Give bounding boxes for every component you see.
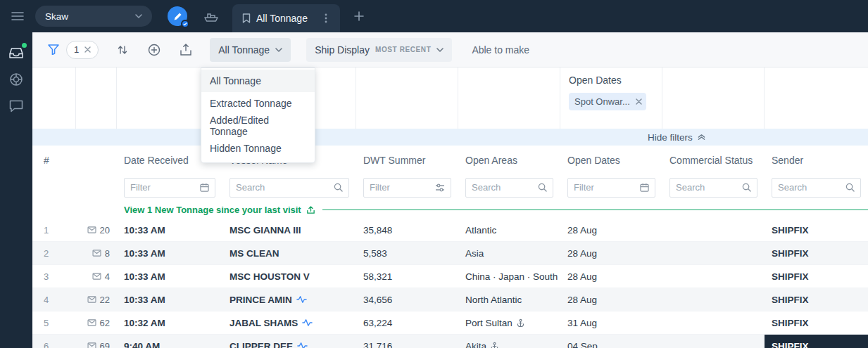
chevron-down-icon <box>275 48 282 52</box>
new-tonnage-banner: View 1 New Tonnage since your last visit <box>32 200 868 219</box>
topbar: Skaw All Tonnage <box>0 0 868 32</box>
calendar-icon[interactable] <box>200 183 209 192</box>
view-selector-button[interactable]: All Tonnage <box>210 38 291 62</box>
tab-all-tonnage[interactable]: All Tonnage <box>232 4 340 32</box>
upload-icon[interactable] <box>306 205 315 214</box>
filter-input-sender[interactable] <box>778 182 841 193</box>
vessel-name-cell: CLIPPER DEE <box>222 341 356 348</box>
ais-signal-icon <box>296 295 307 304</box>
clear-filter-icon[interactable] <box>84 46 91 53</box>
open-areas-cell: North Atlantic <box>458 295 560 305</box>
table-row[interactable]: 669 9:40 AM CLIPPER DEE 31,716 Akita 04 … <box>32 335 868 348</box>
menu-item-all-tonnage[interactable]: All Tonnage <box>201 70 315 92</box>
dwt-summer-cell: 63,224 <box>356 318 458 328</box>
chip-label: Spot Onwar... <box>574 96 630 107</box>
workspace-selector[interactable]: Skaw <box>35 6 152 27</box>
open-dates-filter-chip[interactable]: Spot Onwar... <box>569 93 646 110</box>
table-row[interactable]: 34 10:33 AM MSC HOUSTON V 58,321 China ·… <box>32 265 868 288</box>
filter-funnel-icon[interactable] <box>48 44 59 55</box>
new-tab-plus-icon[interactable] <box>351 8 367 24</box>
filter-cell <box>76 67 117 129</box>
table-row[interactable]: 120 10:33 AM MSC GIANNA III 35,848 Atlan… <box>32 219 868 242</box>
open-areas-value: China · Japan · South <box>465 271 558 282</box>
hide-filters-band: Hide filters <box>32 129 868 146</box>
banner-divider <box>322 210 868 210</box>
active-filter-chip[interactable]: 1 <box>66 41 99 59</box>
sidebar-item-help[interactable] <box>8 72 24 87</box>
column-header-num[interactable]: # <box>32 155 117 166</box>
menu-item-extracted-tonnage[interactable]: Extracted Tonnage <box>201 92 315 115</box>
anchor-icon <box>517 318 524 328</box>
menu-item-added-edited-tonnage[interactable]: Added/Edited Tonnage <box>201 115 315 137</box>
chat-icon <box>9 100 23 112</box>
filter-panel: Open Dates Spot Onwar... <box>32 67 868 129</box>
vessel-name: PRINCE AMIN <box>229 295 292 305</box>
unread-count: 62 <box>87 318 110 328</box>
ship-display-button[interactable]: Ship Display MOST RECENT <box>306 38 452 62</box>
vessel-name: MSC GIANNA III <box>229 225 301 236</box>
chevron-down-icon <box>135 14 142 18</box>
column-header-dwt-summer[interactable]: DWT Summer <box>356 155 458 166</box>
sort-icon[interactable] <box>117 44 128 56</box>
hide-filters-button[interactable]: Hide filters <box>648 129 705 146</box>
open-areas-value: Port Sultan <box>465 318 512 328</box>
table-row[interactable]: 28 10:33 AM MS CLEAN 5,583 Asia 28 Aug S… <box>32 242 868 265</box>
filter-input-dwt-summer[interactable] <box>370 182 431 193</box>
table-row[interactable]: 562 10:32 AM JABAL SHAMS 63,224 Port Sul… <box>32 311 868 335</box>
filter-cell <box>32 67 76 129</box>
vessel-name: JABAL SHAMS <box>229 318 298 328</box>
unread-count: 8 <box>92 248 110 259</box>
anchor-icon <box>491 342 498 348</box>
sliders-icon[interactable] <box>435 183 445 192</box>
lifebuoy-icon <box>9 72 23 86</box>
column-header-commercial-status[interactable]: Commercial Status <box>662 155 765 166</box>
column-header-open-dates[interactable]: Open Dates <box>560 155 662 166</box>
filter-input-open-areas[interactable] <box>472 182 534 193</box>
vessel-name-cell: JABAL SHAMS <box>222 318 356 328</box>
port-ship-icon[interactable] <box>203 9 220 23</box>
sender-cell: SHIPFIX <box>765 295 868 305</box>
column-header-sender[interactable]: Sender <box>765 155 868 166</box>
view-selector-label: All Tonnage <box>218 44 270 56</box>
add-tonnage-icon[interactable] <box>148 44 161 56</box>
export-icon[interactable] <box>180 44 191 56</box>
sidebar-item-chat[interactable] <box>8 98 24 114</box>
sender-cell: SHIPFIX <box>765 248 868 259</box>
toolbar: 1 All Tonnage Ship Display MOST RECENT <box>32 32 868 67</box>
chip-close-icon[interactable] <box>636 98 642 105</box>
unread-value: 62 <box>100 318 110 328</box>
chevron-up-icon <box>698 134 705 141</box>
unread-count: 4 <box>92 271 110 282</box>
filter-input-vessel-name[interactable] <box>236 182 329 193</box>
unread-count: 20 <box>87 225 110 236</box>
new-tonnage-link[interactable]: View 1 New Tonnage since your last visit <box>124 205 301 215</box>
open-dates-cell: 31 Aug <box>560 318 662 328</box>
date-received-cell: 9:40 AM <box>117 341 222 348</box>
open-dates-cell: 28 Aug <box>560 271 662 282</box>
table-row[interactable]: 422 10:33 AM PRINCE AMIN 34,656 North At… <box>32 288 868 311</box>
search-icon <box>742 183 751 192</box>
search-icon <box>845 183 855 192</box>
vessel-name-cell: MSC GIANNA III <box>222 225 356 236</box>
column-header-open-areas[interactable]: Open Areas <box>458 155 560 166</box>
dwt-summer-cell: 5,583 <box>356 248 458 259</box>
tab-menu-dots-icon[interactable] <box>322 11 330 26</box>
able-to-make-button[interactable]: Able to make <box>472 44 529 56</box>
row-number: 6 <box>44 341 49 348</box>
filter-input-date-received[interactable] <box>130 182 196 193</box>
filter-cell-dwt <box>356 67 458 129</box>
sidebar-item-inbox[interactable] <box>8 45 24 60</box>
hamburger-menu-icon[interactable] <box>8 7 27 25</box>
unread-value: 4 <box>105 271 110 282</box>
row-number: 1 <box>44 225 49 236</box>
unread-value: 22 <box>100 295 110 305</box>
menu-item-hidden-tonnage[interactable]: Hidden Tonnage <box>201 137 315 160</box>
compose-button[interactable] <box>168 6 187 26</box>
filter-input-commercial-status[interactable] <box>676 182 738 193</box>
filter-cell-sender <box>765 67 868 129</box>
filter-input-open-dates[interactable] <box>574 182 636 193</box>
sender-cell: SHIPFIX <box>765 271 868 282</box>
open-areas-value: Atlantic <box>465 225 496 236</box>
envelope-icon <box>87 296 96 303</box>
calendar-icon[interactable] <box>640 183 649 192</box>
